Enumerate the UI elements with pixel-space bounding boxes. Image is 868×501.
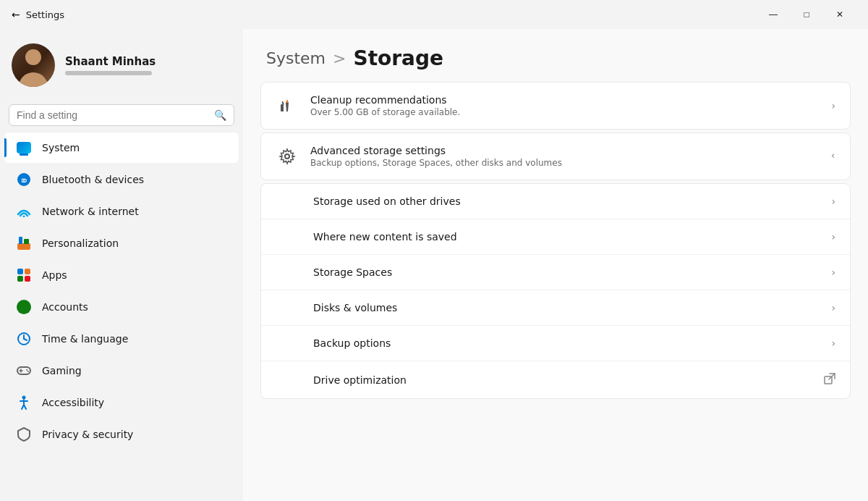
sidebar: Shaant Minhas 🔍 System ⎄ Bluetooth & dev… (0, 29, 243, 501)
gaming-icon (16, 363, 32, 379)
advanced-text: Advanced storage settings Backup options… (310, 145, 820, 168)
other-drives-item[interactable]: Storage used on other drives › (261, 184, 850, 219)
personalization-icon (16, 235, 32, 251)
disks-label: Disks & volumes (313, 302, 831, 313)
sidebar-label-apps: Apps (42, 269, 67, 281)
svg-point-20 (285, 154, 289, 159)
system-icon (16, 140, 32, 156)
other-drives-label: Storage used on other drives (313, 195, 831, 207)
user-name: Shaant Minhas (65, 55, 156, 68)
cleanup-chevron: › (831, 100, 835, 111)
backup-label: Backup options (313, 337, 831, 349)
sidebar-item-system[interactable]: System (4, 132, 239, 163)
sidebar-item-accessibility[interactable]: Accessibility (4, 387, 239, 418)
accessibility-icon (16, 395, 32, 411)
sidebar-item-bluetooth[interactable]: ⎄ Bluetooth & devices (4, 164, 239, 195)
user-info: Shaant Minhas (65, 55, 156, 75)
sidebar-item-network[interactable]: Network & internet (4, 196, 239, 227)
avatar-image (12, 43, 55, 87)
sidebar-item-privacy[interactable]: Privacy & security (4, 419, 239, 450)
search-icon: 🔍 (214, 109, 226, 121)
disks-item[interactable]: Disks & volumes › (261, 290, 850, 326)
sidebar-label-accessibility: Accessibility (42, 397, 104, 408)
backup-chevron: › (831, 337, 835, 349)
bluetooth-icon: ⎄ (16, 172, 32, 188)
advanced-subtitle: Backup options, Storage Spaces, other di… (310, 158, 820, 168)
apps-icon (16, 267, 32, 283)
cleanup-title: Cleanup recommendations (310, 94, 820, 106)
titlebar: ← Settings — □ ✕ (0, 0, 868, 29)
svg-point-13 (22, 396, 26, 400)
spaces-chevron: › (831, 266, 835, 278)
user-subtitle (65, 71, 152, 75)
svg-line-17 (24, 405, 26, 409)
advanced-card: Advanced storage settings Backup options… (260, 132, 851, 180)
sidebar-item-accounts[interactable]: Accounts (4, 292, 239, 322)
svg-point-4 (21, 302, 27, 308)
svg-rect-2 (19, 237, 22, 244)
cleanup-card: Cleanup recommendations Over 5.00 GB of … (260, 82, 851, 130)
time-icon (16, 331, 32, 347)
avatar (12, 43, 55, 87)
cleanup-text: Cleanup recommendations Over 5.00 GB of … (310, 94, 820, 117)
back-button[interactable]: ← (12, 9, 20, 20)
sidebar-item-time[interactable]: Time & language (4, 324, 239, 354)
svg-point-11 (26, 369, 27, 371)
breadcrumb-current: Storage (353, 46, 443, 70)
breadcrumb: System > Storage (243, 29, 868, 82)
backup-item[interactable]: Backup options › (261, 326, 850, 361)
sidebar-label-network: Network & internet (42, 206, 139, 217)
spaces-label: Storage Spaces (313, 266, 831, 278)
optimization-label: Drive optimization (313, 374, 824, 386)
other-drives-chevron: › (831, 195, 835, 207)
network-icon (16, 203, 32, 219)
breadcrumb-separator: > (333, 49, 346, 67)
app-container: Shaant Minhas 🔍 System ⎄ Bluetooth & dev… (0, 29, 868, 501)
cleanup-icon (276, 94, 299, 117)
sidebar-item-gaming[interactable]: Gaming (4, 355, 239, 386)
sidebar-label-gaming: Gaming (42, 365, 82, 376)
maximize-button[interactable]: □ (790, 0, 823, 29)
advanced-chevron: › (831, 151, 835, 162)
cleanup-item[interactable]: Cleanup recommendations Over 5.00 GB of … (261, 83, 850, 129)
minimize-button[interactable]: — (757, 0, 790, 29)
search-container: 🔍 (0, 98, 243, 132)
sidebar-label-personalization: Personalization (42, 237, 119, 249)
new-content-chevron: › (831, 231, 835, 243)
spaces-item[interactable]: Storage Spaces › (261, 255, 850, 290)
disks-chevron: › (831, 302, 835, 313)
svg-rect-1 (17, 243, 30, 250)
sidebar-label-system: System (42, 142, 80, 153)
new-content-item[interactable]: Where new content is saved › (261, 219, 850, 255)
advanced-title: Advanced storage settings (310, 145, 820, 156)
advanced-settings-icon (276, 145, 299, 168)
subitems-card: Storage used on other drives › Where new… (260, 183, 851, 399)
cleanup-subtitle: Over 5.00 GB of storage available. (310, 107, 820, 117)
sidebar-label-bluetooth: Bluetooth & devices (42, 174, 144, 185)
accounts-icon (16, 299, 32, 315)
svg-rect-3 (24, 239, 29, 244)
advanced-item[interactable]: Advanced storage settings Backup options… (261, 133, 850, 180)
svg-rect-18 (281, 104, 284, 111)
svg-point-0 (23, 216, 25, 218)
optimization-item[interactable]: Drive optimization (261, 361, 850, 398)
svg-point-12 (27, 371, 29, 372)
main-content: System > Storage Cleanup recommendations… (243, 29, 868, 501)
svg-line-7 (24, 339, 27, 340)
sidebar-label-accounts: Accounts (42, 301, 88, 313)
window-controls: — □ ✕ (757, 0, 856, 29)
close-button[interactable]: ✕ (823, 0, 856, 29)
sidebar-item-apps[interactable]: Apps (4, 260, 239, 290)
titlebar-title: Settings (26, 9, 757, 20)
search-box: 🔍 (9, 104, 234, 126)
user-profile[interactable]: Shaant Minhas (0, 29, 243, 98)
sidebar-label-time: Time & language (42, 333, 128, 345)
breadcrumb-parent: System (266, 49, 326, 67)
new-content-label: Where new content is saved (313, 231, 831, 243)
sidebar-item-personalization[interactable]: Personalization (4, 228, 239, 258)
search-input[interactable] (17, 109, 208, 121)
sidebar-label-privacy: Privacy & security (42, 429, 133, 440)
privacy-icon (16, 426, 32, 442)
external-link-icon (824, 373, 835, 387)
